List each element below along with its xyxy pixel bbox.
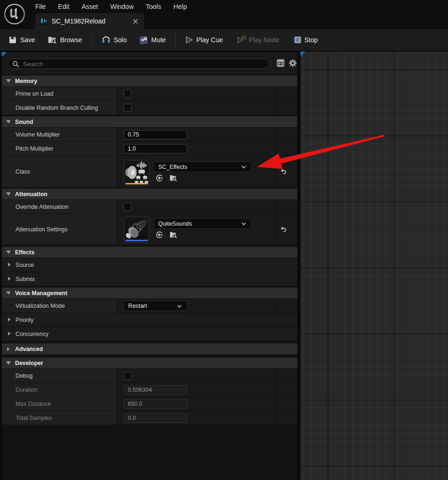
mute-label: Mute	[151, 36, 166, 44]
row-virtualization-mode: Virtualization Mode Restart	[2, 299, 297, 313]
volume-multiplier-input[interactable]	[124, 130, 187, 139]
row-priority[interactable]: Priority	[2, 313, 297, 327]
menu-asset[interactable]: Asset	[76, 0, 104, 13]
attenuation-settings-label: Attenuation Settings	[15, 226, 68, 233]
pitch-multiplier-input[interactable]	[124, 144, 187, 153]
panel-focus-corner	[301, 52, 305, 56]
play-cue-label: Play Cue	[196, 36, 223, 44]
panel-focus-corner	[2, 52, 7, 57]
asset-tab[interactable]: SC_M1982Reload	[35, 13, 144, 29]
debug-label: Debug	[15, 373, 33, 379]
row-submix[interactable]: Submix	[2, 272, 297, 286]
use-selected-asset-icon[interactable]	[155, 174, 163, 182]
prime-on-load-checkbox[interactable]	[124, 90, 131, 98]
row-source[interactable]: Source	[2, 258, 297, 272]
browse-label: Browse	[60, 36, 82, 44]
sound-class-thumbnail[interactable]	[124, 160, 149, 186]
chevron-collapsed-icon	[8, 277, 11, 281]
play-node-button[interactable]: Play Node	[230, 29, 286, 51]
row-pitch-multiplier: Pitch Multiplier	[2, 142, 297, 156]
search-icon	[12, 61, 19, 68]
gear-icon[interactable]	[289, 59, 297, 67]
stop-icon	[294, 36, 301, 44]
chevron-down-icon	[177, 305, 182, 308]
override-attenuation-checkbox[interactable]	[124, 203, 131, 211]
table-view-icon[interactable]	[277, 59, 285, 67]
menu-edit[interactable]: Edit	[52, 0, 76, 13]
source-label: Source	[15, 262, 34, 268]
category-advanced[interactable]: Advanced	[2, 343, 297, 355]
chevron-expanded-icon	[6, 79, 11, 83]
chevron-expanded-icon	[6, 120, 11, 123]
reset-to-default-icon[interactable]	[279, 226, 287, 233]
stop-button[interactable]: Stop	[287, 29, 324, 51]
chevron-collapsed-icon	[8, 263, 11, 267]
category-attenuation[interactable]: Attenuation	[2, 189, 297, 200]
save-button[interactable]: Save	[1, 29, 42, 51]
toolbar: Save Browse Solo	[0, 29, 448, 51]
category-voice-management[interactable]: Voice Management	[2, 288, 297, 299]
category-developer[interactable]: Developer	[2, 358, 297, 369]
max-distance-input	[124, 399, 187, 409]
row-disable-random-branch-culling: Disable Random Branch Culling	[2, 101, 297, 115]
reset-to-default-icon[interactable]	[279, 168, 287, 175]
play-node-icon	[237, 36, 246, 44]
sound-cue-wave-icon	[39, 17, 47, 25]
submix-label: Submix	[15, 276, 35, 282]
class-label: Class	[15, 168, 30, 175]
disable-random-branch-culling-checkbox[interactable]	[124, 104, 131, 112]
solo-button[interactable]: Solo	[95, 29, 133, 51]
category-memory[interactable]: Memory	[2, 76, 297, 87]
search-input[interactable]	[23, 61, 266, 68]
main-area: Memory Prime on Load Disable Random Bran…	[0, 51, 448, 480]
menu-window[interactable]: Window	[104, 0, 140, 13]
attenuation-thumbnail[interactable]	[124, 217, 149, 243]
menu-tools[interactable]: Tools	[140, 0, 168, 13]
row-override-attenuation: Override Attenuation	[2, 200, 297, 214]
save-icon	[8, 35, 17, 45]
attenuation-settings-dropdown[interactable]: QuiteSounds	[154, 218, 252, 229]
category-effects[interactable]: Effects	[2, 247, 297, 258]
tab-title: SC_M1982Reload	[52, 17, 105, 25]
volume-multiplier-label: Volume Multiplier	[15, 131, 60, 138]
row-total-samples: Total Samples	[2, 411, 297, 425]
browse-to-asset-icon[interactable]	[169, 174, 178, 182]
chevron-collapsed-icon	[7, 347, 10, 351]
details-search-row	[2, 52, 297, 74]
menu-bar: File Edit Asset Window Tools Help	[29, 0, 193, 13]
browse-button[interactable]: Browse	[41, 29, 89, 51]
tab-close-icon[interactable]	[131, 16, 140, 26]
close-x-glyph	[133, 19, 138, 24]
play-cue-button[interactable]: Play Cue	[178, 29, 230, 51]
override-attenuation-label: Override Attenuation	[15, 204, 69, 210]
play-cue-icon	[185, 36, 193, 44]
toolbar-separator	[92, 34, 92, 46]
toolbar-separator	[175, 34, 176, 46]
chevron-expanded-icon	[6, 361, 11, 365]
duration-input	[124, 385, 187, 395]
graph-panel[interactable]	[301, 52, 448, 480]
search-box[interactable]	[8, 59, 270, 69]
use-selected-asset-icon[interactable]	[155, 231, 163, 239]
menu-help[interactable]: Help	[167, 0, 193, 13]
stop-label: Stop	[304, 36, 318, 44]
max-distance-label: Max Distance	[15, 401, 51, 407]
row-prime-on-load: Prime on Load	[2, 87, 297, 101]
save-label: Save	[20, 36, 35, 44]
chevron-expanded-icon	[6, 251, 11, 254]
browse-to-asset-icon[interactable]	[169, 231, 178, 239]
chevron-down-icon	[241, 222, 246, 225]
sound-class-value: SC_Effects	[158, 164, 187, 170]
menu-file[interactable]: File	[29, 0, 52, 13]
chevron-collapsed-icon	[8, 332, 11, 335]
virtualization-mode-value: Restart	[128, 303, 147, 309]
mute-button[interactable]: Mute	[132, 29, 172, 51]
virtualization-mode-dropdown[interactable]: Restart	[124, 301, 187, 311]
solo-headphones-icon	[101, 35, 111, 45]
disable-random-branch-culling-label: Disable Random Branch Culling	[15, 105, 98, 111]
debug-checkbox[interactable]	[124, 372, 131, 380]
mute-speaker-icon	[139, 35, 148, 45]
row-concurrency[interactable]: Concurrency	[2, 327, 297, 341]
sound-class-dropdown[interactable]: SC_Effects	[154, 161, 252, 172]
category-sound[interactable]: Sound	[2, 116, 297, 128]
